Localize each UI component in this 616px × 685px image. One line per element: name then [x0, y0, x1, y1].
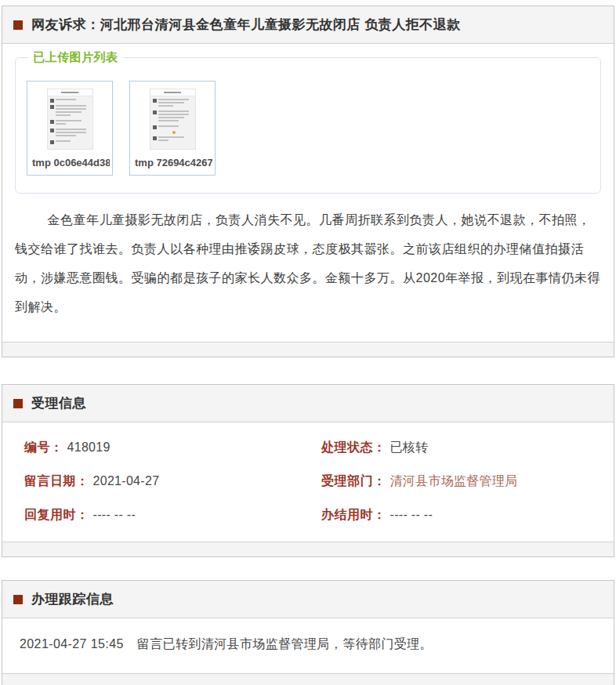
- tracking-entry-time: 2021-04-27 15:45: [20, 637, 124, 651]
- field-department-label: 受理部门：: [321, 474, 386, 487]
- acceptance-panel-footer: [2, 542, 614, 556]
- field-status-label: 处理状态：: [321, 440, 386, 454]
- field-number-value: 418019: [67, 440, 111, 454]
- field-reply-time-label: 回复用时：: [24, 508, 89, 521]
- tracking-panel-footer: [2, 673, 614, 685]
- complaint-title: 网友诉求：河北邢台清河县金色童年儿童摄影无故闭店 负责人拒不退款: [31, 16, 461, 34]
- acceptance-info-grid: 编号：418019 处理状态：已核转 留言日期：2021-04-27 受理部门：…: [2, 422, 614, 542]
- tracking-entry: 2021-04-27 15:45留言已转到清河县市场监督管理局，等待部门受理。: [2, 618, 614, 673]
- tracking-panel-header: 办理跟踪信息: [2, 581, 614, 618]
- complaint-panel-body: 已上传图片列表 tmp 0c06e44d38: [2, 44, 614, 342]
- field-date-value: 2021-04-27: [93, 474, 160, 487]
- square-bullet-icon: [13, 399, 23, 408]
- field-number-label: 编号：: [24, 440, 63, 454]
- chat-screenshot-thumbnail-icon: [150, 89, 196, 150]
- complaint-panel-header: 网友诉求：河北邢台清河县金色童年儿童摄影无故闭店 负责人拒不退款: [2, 6, 614, 44]
- complaint-panel: 网友诉求：河北邢台清河县金色童年儿童摄影无故闭店 负责人拒不退款 已上传图片列表…: [2, 5, 614, 357]
- field-completion-time-value: ---- -- --: [390, 508, 433, 521]
- field-reply-time: 回复用时：---- -- --: [24, 506, 321, 523]
- complaint-panel-footer: [2, 342, 614, 357]
- square-bullet-icon: [13, 595, 23, 604]
- square-bullet-icon: [13, 20, 23, 30]
- field-department: 受理部门：清河县市场监督管理局: [321, 473, 606, 489]
- acceptance-panel-header: 受理信息: [2, 385, 614, 422]
- tracking-entry-text: 留言已转到清河县市场监督管理局，等待部门受理。: [137, 637, 433, 651]
- field-status-value: 已核转: [390, 440, 429, 454]
- thumbnail-row: tmp 0c06e44d38 tmp 72694c4267: [27, 81, 592, 176]
- field-date-label: 留言日期：: [24, 474, 89, 487]
- uploaded-image-label-2: tmp 72694c4267: [132, 157, 212, 169]
- uploaded-images-fieldset: 已上传图片列表 tmp 0c06e44d38: [15, 50, 601, 194]
- uploaded-image-label-1: tmp 0c06e44d38: [30, 157, 110, 169]
- acceptance-panel: 受理信息 编号：418019 处理状态：已核转 留言日期：2021-04-27 …: [2, 384, 614, 557]
- field-department-value: 清河县市场监督管理局: [390, 474, 518, 487]
- field-reply-time-value: ---- -- --: [93, 508, 136, 521]
- uploaded-image-thumb-2[interactable]: tmp 72694c4267: [129, 81, 216, 176]
- field-completion-time-label: 办结用时：: [321, 508, 386, 521]
- tracking-panel: 办理跟踪信息 2021-04-27 15:45留言已转到清河县市场监督管理局，等…: [2, 580, 614, 685]
- complaint-body-text: 金色童年儿童摄影无故闭店，负责人消失不见。几番周折联系到负责人，她说不退款，不拍…: [15, 205, 601, 342]
- uploaded-images-legend: 已上传图片列表: [28, 50, 123, 65]
- field-completion-time: 办结用时：---- -- --: [321, 506, 606, 523]
- field-status: 处理状态：已核转: [321, 439, 606, 455]
- field-number: 编号：418019: [24, 439, 321, 455]
- chat-screenshot-thumbnail-icon: [47, 89, 93, 150]
- acceptance-title: 受理信息: [31, 394, 86, 412]
- tracking-title: 办理跟踪信息: [31, 590, 114, 608]
- uploaded-image-thumb-1[interactable]: tmp 0c06e44d38: [27, 81, 113, 176]
- field-date: 留言日期：2021-04-27: [24, 473, 321, 489]
